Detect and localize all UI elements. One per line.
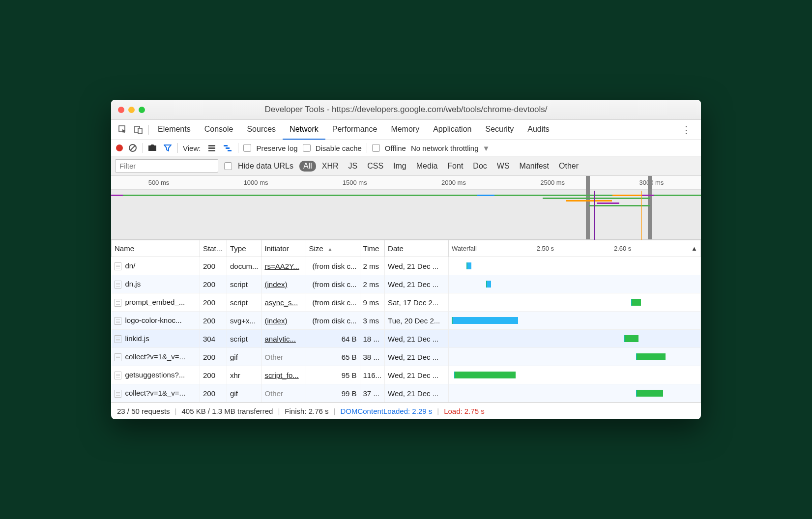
dcl-time: DOMContentLoaded: 2.29 s bbox=[340, 407, 432, 415]
table-row[interactable]: logo-color-knoc...200svg+x...(index)(fro… bbox=[112, 312, 701, 330]
filter-type-img[interactable]: Img bbox=[389, 161, 410, 172]
table-header-row: Name Stat... Type Initiator Size ▲ Time … bbox=[112, 240, 701, 257]
chevron-down-icon: ▼ bbox=[483, 144, 490, 152]
device-toggle-icon[interactable] bbox=[134, 125, 144, 135]
tab-performance[interactable]: Performance bbox=[325, 120, 384, 140]
table-row[interactable]: getsuggestions?...200xhrscript_fo...95 B… bbox=[112, 366, 701, 384]
disable-cache-label: Disable cache bbox=[316, 144, 362, 152]
large-rows-icon[interactable] bbox=[205, 144, 218, 152]
table-row[interactable]: collect?v=1&_v=...200gifOther99 B37 ...W… bbox=[112, 384, 701, 403]
filter-type-doc[interactable]: Doc bbox=[469, 161, 491, 172]
close-icon[interactable] bbox=[118, 107, 124, 113]
filter-type-xhr[interactable]: XHR bbox=[318, 161, 343, 172]
capture-screenshots-icon[interactable] bbox=[148, 143, 158, 153]
overview-tick: 2000 ms bbox=[441, 179, 466, 186]
filter-type-font[interactable]: Font bbox=[443, 161, 467, 172]
panel-tabs: ElementsConsoleSourcesNetworkPerformance… bbox=[111, 120, 701, 140]
filter-type-all[interactable]: All bbox=[299, 161, 316, 172]
file-icon bbox=[115, 317, 121, 325]
overview-graph bbox=[111, 191, 701, 235]
tab-sources[interactable]: Sources bbox=[240, 120, 283, 140]
col-initiator[interactable]: Initiator bbox=[261, 240, 306, 257]
filter-type-manifest[interactable]: Manifest bbox=[516, 161, 553, 172]
more-icon[interactable]: ⋮ bbox=[675, 124, 697, 136]
col-waterfall[interactable]: Waterfall 2.50 s 2.60 s ▲ bbox=[449, 240, 701, 257]
network-toolbar: View: Preserve log Disable cache Offline… bbox=[111, 140, 701, 156]
svg-rect-7 bbox=[226, 147, 230, 149]
separator bbox=[148, 125, 149, 135]
hide-data-urls-checkbox[interactable] bbox=[224, 162, 232, 170]
throttling-select[interactable]: No network throttling ▼ bbox=[411, 144, 490, 152]
svg-line-4 bbox=[130, 145, 135, 150]
filter-input[interactable] bbox=[115, 159, 218, 173]
filter-bar: Hide data URLs AllXHRJSCSSImgMediaFontDo… bbox=[111, 156, 701, 176]
waterfall-bar bbox=[452, 333, 697, 345]
tab-network[interactable]: Network bbox=[283, 120, 325, 140]
col-name[interactable]: Name bbox=[112, 240, 200, 257]
dcl-marker bbox=[594, 191, 595, 240]
table-row[interactable]: collect?v=1&_v=...200gifOther65 B38 ...W… bbox=[112, 348, 701, 366]
preserve-log-checkbox[interactable] bbox=[243, 144, 251, 152]
disable-cache-checkbox[interactable] bbox=[303, 144, 311, 152]
requests-count: 23 / 50 requests bbox=[117, 407, 170, 415]
separator bbox=[143, 143, 143, 153]
tab-console[interactable]: Console bbox=[198, 120, 240, 140]
waterfall-bar bbox=[452, 260, 697, 272]
overview-tick: 2500 ms bbox=[540, 179, 565, 186]
separator bbox=[238, 143, 238, 153]
file-icon bbox=[115, 335, 121, 343]
tab-audits[interactable]: Audits bbox=[521, 120, 556, 140]
table-row[interactable]: dn/200docum...rs=AA2Y...(from disk c...2… bbox=[112, 257, 701, 275]
requests-table: Name Stat... Type Initiator Size ▲ Time … bbox=[111, 240, 701, 403]
col-size[interactable]: Size ▲ bbox=[306, 240, 360, 257]
waterfall-bar bbox=[452, 387, 697, 399]
tab-memory[interactable]: Memory bbox=[384, 120, 426, 140]
col-time[interactable]: Time bbox=[360, 240, 385, 257]
table-row[interactable]: prompt_embed_...200scriptasync_s...(from… bbox=[112, 293, 701, 312]
table-row[interactable]: linkid.js304scriptanalytic...64 B18 ...W… bbox=[112, 330, 701, 348]
devtools-window: Developer Tools - https://developers.goo… bbox=[111, 100, 701, 419]
file-icon bbox=[115, 299, 121, 307]
svg-rect-5 bbox=[148, 145, 156, 151]
filter-type-other[interactable]: Other bbox=[555, 161, 582, 172]
waterfall-bar bbox=[452, 369, 697, 381]
col-type[interactable]: Type bbox=[227, 240, 262, 257]
hide-data-urls-label: Hide data URLs bbox=[238, 162, 293, 171]
table-row[interactable]: dn.js200script(index)(from disk c...2 ms… bbox=[112, 275, 701, 293]
file-icon bbox=[115, 262, 121, 270]
tab-application[interactable]: Application bbox=[426, 120, 478, 140]
tab-elements[interactable]: Elements bbox=[151, 120, 198, 140]
file-icon bbox=[115, 281, 121, 288]
filter-type-media[interactable]: Media bbox=[412, 161, 442, 172]
offline-checkbox[interactable] bbox=[372, 144, 380, 152]
sort-asc-icon: ▲ bbox=[691, 245, 697, 252]
file-icon bbox=[115, 372, 121, 379]
filter-icon[interactable] bbox=[163, 143, 173, 153]
record-icon[interactable] bbox=[116, 144, 123, 151]
waterfall-bar bbox=[452, 315, 697, 326]
load-time: Load: 2.75 s bbox=[444, 407, 485, 415]
title-bar: Developer Tools - https://developers.goo… bbox=[111, 100, 701, 120]
filter-type-ws[interactable]: WS bbox=[493, 161, 514, 172]
tab-security[interactable]: Security bbox=[478, 120, 521, 140]
overview-tick: 1000 ms bbox=[244, 179, 268, 186]
inspect-icon[interactable] bbox=[118, 125, 128, 135]
filter-type-js[interactable]: JS bbox=[345, 161, 362, 172]
filter-type-css[interactable]: CSS bbox=[363, 161, 387, 172]
overview-tick: 1500 ms bbox=[343, 179, 367, 186]
col-date[interactable]: Date bbox=[385, 240, 449, 257]
col-status[interactable]: Stat... bbox=[200, 240, 227, 257]
status-bar: 23 / 50 requests | 405 KB / 1.3 MB trans… bbox=[111, 403, 701, 419]
maximize-icon[interactable] bbox=[139, 107, 145, 113]
offline-label: Offline bbox=[385, 144, 406, 152]
svg-rect-2 bbox=[138, 128, 142, 134]
view-label: View: bbox=[183, 144, 201, 152]
load-marker bbox=[641, 191, 642, 240]
svg-rect-6 bbox=[224, 145, 228, 146]
waterfall-view-icon[interactable] bbox=[223, 143, 233, 153]
window-title: Developer Tools - https://developers.goo… bbox=[118, 105, 694, 115]
timeline-overview[interactable]: 500 ms1000 ms1500 ms2000 ms2500 ms3000 m… bbox=[111, 176, 701, 240]
preserve-log-label: Preserve log bbox=[256, 144, 297, 152]
minimize-icon[interactable] bbox=[128, 107, 135, 113]
clear-icon[interactable] bbox=[128, 143, 138, 153]
